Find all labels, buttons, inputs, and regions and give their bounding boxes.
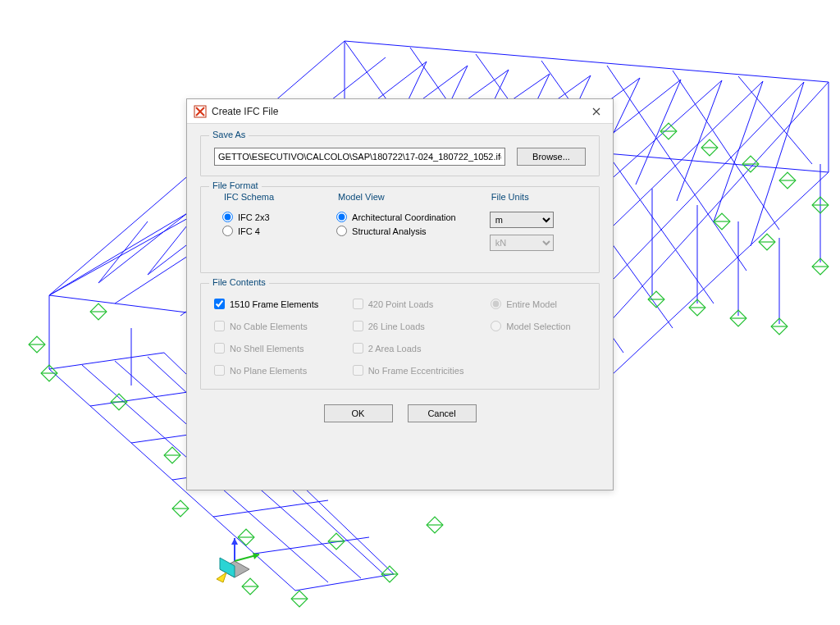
dialog-title: Create IFC File: [212, 106, 580, 117]
check-line-loads: 26 Line Loads: [353, 321, 472, 331]
ifc-schema-legend: IFC Schema: [221, 192, 277, 202]
svg-line-19: [607, 66, 746, 271]
saveas-path-input[interactable]: [214, 148, 505, 166]
model-view-legend: Model View: [335, 192, 388, 202]
force-unit-select: kN: [490, 235, 554, 251]
model-view-group: Model View Architectural Coordination St…: [328, 198, 482, 262]
ok-button[interactable]: OK: [324, 404, 393, 422]
saveas-legend: Save As: [209, 130, 249, 139]
ifc-schema-group: IFC Schema IFC 2x3 IFC 4: [214, 198, 328, 262]
svg-line-39: [677, 80, 722, 201]
viewport: Create IFC File Save As Browse... File F…: [0, 0, 840, 625]
fileformat-group: File Format IFC Schema IFC 2x3 IFC 4 Mod…: [200, 186, 600, 273]
svg-marker-107: [220, 558, 235, 577]
saveas-group: Save As Browse...: [200, 135, 600, 176]
svg-line-38: [636, 80, 681, 185]
radio-ifc4[interactable]: IFC 4: [222, 226, 320, 236]
check-shell-elements: No Shell Elements: [214, 343, 333, 354]
check-plane-elements: No Plane Elements: [214, 365, 333, 376]
svg-marker-112: [217, 573, 226, 582]
file-units-legend: File Units: [488, 192, 532, 202]
browse-button[interactable]: Browse...: [517, 148, 586, 166]
file-contents-legend: File Contents: [209, 277, 269, 287]
check-cable-elements: No Cable Elements: [214, 321, 333, 331]
check-frame-ecc: No Frame Eccentricities: [353, 365, 472, 376]
svg-line-54: [254, 537, 369, 554]
svg-marker-109: [231, 538, 238, 545]
svg-marker-111: [253, 553, 259, 559]
radio-ifc2x3[interactable]: IFC 2x3: [222, 212, 320, 222]
app-icon: [194, 105, 207, 118]
length-unit-select[interactable]: m: [490, 212, 554, 228]
svg-line-53: [213, 500, 328, 517]
close-button[interactable]: [580, 99, 613, 124]
create-ifc-dialog: Create IFC File Save As Browse... File F…: [186, 98, 614, 490]
radio-arch-coord[interactable]: Architectural Coordination: [336, 212, 473, 222]
radio-entire-model: Entire Model: [491, 299, 586, 309]
radio-struct-analysis[interactable]: Structural Analysis: [336, 226, 473, 236]
close-icon: [592, 107, 600, 116]
check-point-loads: 420 Point Loads: [353, 299, 472, 309]
check-area-loads: 2 Area Loads: [353, 343, 472, 354]
file-contents-group: File Contents 1510 Frame Elements No Cab…: [200, 283, 600, 390]
fileformat-legend: File Format: [209, 180, 262, 190]
check-frame-elements[interactable]: 1510 Frame Elements: [214, 299, 333, 309]
cancel-button[interactable]: Cancel: [408, 404, 477, 422]
svg-line-40: [714, 81, 763, 221]
titlebar: Create IFC File: [187, 99, 613, 124]
file-units-group: File Units m kN: [482, 198, 586, 262]
svg-line-27: [98, 221, 148, 283]
svg-line-49: [49, 353, 164, 369]
radio-model-selection: Model Selection: [491, 321, 586, 331]
